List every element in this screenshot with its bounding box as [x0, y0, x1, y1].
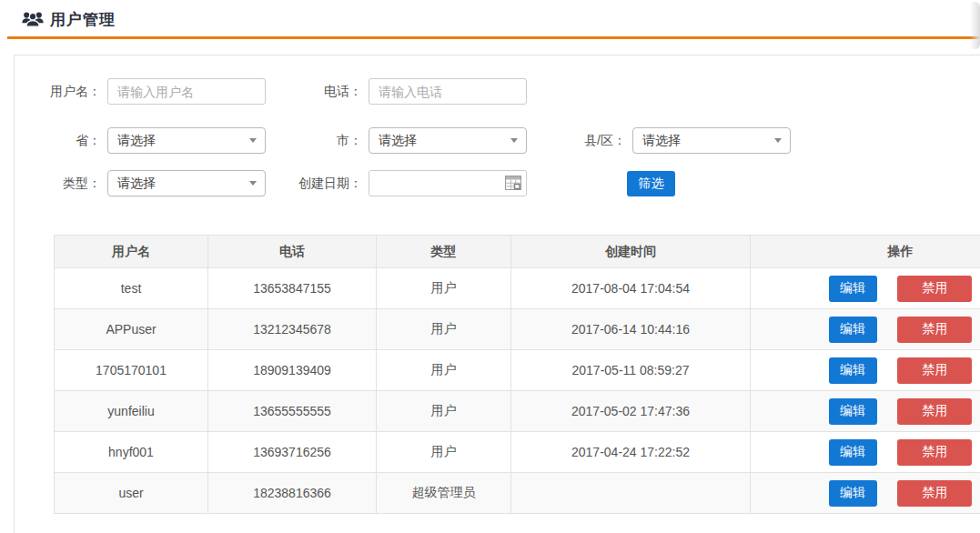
province-select-value: 请选择: [117, 133, 156, 147]
disable-button[interactable]: 禁用: [897, 398, 972, 425]
table-row: test 13653847155 用户 2017-08-04 17:04:54 …: [55, 268, 980, 309]
cell-actions: 编辑 禁用: [751, 350, 980, 391]
filter-button[interactable]: 筛选: [627, 171, 675, 196]
county-select[interactable]: 请选择: [632, 127, 791, 154]
user-table: 用户名 电话 类型 创建时间 操作 test 13653847155 用户 20…: [54, 235, 980, 514]
cell-username: test: [55, 268, 208, 309]
cell-type: 用户: [377, 309, 511, 350]
page: 用户管理 用户名： 电话： 省： 请选择 市： 请选择 县/区： 请选择 类型：…: [0, 0, 980, 533]
edit-button[interactable]: 编辑: [829, 317, 877, 343]
province-label: 省：: [15, 127, 101, 154]
cell-actions: 编辑 禁用: [751, 473, 980, 514]
chevron-down-icon: [249, 181, 257, 186]
edit-button[interactable]: 编辑: [829, 480, 877, 507]
disable-button[interactable]: 禁用: [897, 480, 972, 507]
type-label: 类型：: [15, 170, 101, 196]
column-header-created: 创建时间: [511, 236, 751, 268]
page-title: 用户管理: [50, 9, 116, 30]
create-date-field: [369, 170, 527, 196]
accent-divider: [7, 36, 980, 39]
users-icon: [22, 11, 44, 28]
cell-username: 1705170101: [55, 350, 208, 391]
cell-type: 用户: [377, 432, 511, 473]
phone-input[interactable]: [369, 78, 527, 105]
cell-actions: 编辑 禁用: [751, 268, 980, 309]
disable-button[interactable]: 禁用: [897, 317, 972, 343]
cell-username: APPuser: [55, 309, 208, 350]
type-select-value: 请选择: [117, 176, 156, 190]
county-label: 县/区：: [533, 127, 626, 154]
column-header-type: 类型: [377, 236, 511, 268]
city-label: 市：: [269, 127, 362, 154]
cell-username: yunfeiliu: [55, 391, 208, 432]
calendar-icon[interactable]: [505, 176, 521, 190]
county-select-value: 请选择: [642, 133, 681, 147]
cell-phone: 13212345678: [208, 309, 377, 350]
cell-phone: 18909139409: [208, 350, 377, 391]
cell-created: [511, 473, 751, 514]
scrollbar[interactable]: [970, 2, 980, 49]
phone-label: 电话：: [269, 78, 362, 105]
cell-created: 2017-06-14 10:44:16: [511, 309, 751, 350]
type-select[interactable]: 请选择: [107, 170, 266, 196]
chevron-down-icon: [249, 138, 257, 143]
disable-button[interactable]: 禁用: [897, 276, 972, 302]
username-label: 用户名：: [15, 78, 101, 105]
edit-button[interactable]: 编辑: [829, 398, 877, 425]
cell-created: 2017-05-11 08:59:27: [511, 350, 751, 391]
cell-created: 2017-05-02 17:47:36: [511, 391, 751, 432]
column-header-actions: 操作: [751, 236, 980, 268]
page-header: 用户管理: [0, 0, 980, 36]
edit-button[interactable]: 编辑: [829, 357, 877, 384]
edit-button[interactable]: 编辑: [829, 439, 877, 466]
content-panel: 用户名： 电话： 省： 请选择 市： 请选择 县/区： 请选择 类型： 请选择 …: [14, 55, 980, 533]
cell-username: hnyf001: [55, 432, 208, 473]
table-row: 1705170101 18909139409 用户 2017-05-11 08:…: [55, 350, 980, 391]
cell-type: 用户: [377, 350, 511, 391]
chevron-down-icon: [510, 138, 518, 143]
create-date-input[interactable]: [369, 170, 527, 196]
table-row: hnyf001 13693716256 用户 2017-04-24 17:22:…: [55, 432, 980, 473]
cell-actions: 编辑 禁用: [751, 309, 980, 350]
cell-created: 2017-08-04 17:04:54: [511, 268, 751, 309]
chevron-down-icon: [774, 138, 782, 143]
cell-type: 超级管理员: [377, 473, 511, 514]
cell-type: 用户: [377, 391, 511, 432]
disable-button[interactable]: 禁用: [897, 357, 972, 384]
create-date-label: 创建日期：: [269, 170, 362, 196]
table-row: APPuser 13212345678 用户 2017-06-14 10:44:…: [55, 309, 980, 350]
user-table-body: test 13653847155 用户 2017-08-04 17:04:54 …: [55, 268, 980, 514]
city-select[interactable]: 请选择: [369, 127, 527, 154]
table-row: user 18238816366 超级管理员 编辑 禁用: [55, 473, 980, 514]
cell-username: user: [55, 473, 208, 514]
column-header-username: 用户名: [55, 236, 208, 268]
cell-phone: 13693716256: [208, 432, 377, 473]
table-row: yunfeiliu 13655555555 用户 2017-05-02 17:4…: [55, 391, 980, 432]
username-input[interactable]: [107, 78, 266, 105]
cell-phone: 13653847155: [208, 268, 377, 309]
table-header-row: 用户名 电话 类型 创建时间 操作: [55, 236, 980, 268]
cell-type: 用户: [377, 268, 511, 309]
edit-button[interactable]: 编辑: [829, 276, 877, 302]
province-select[interactable]: 请选择: [107, 127, 266, 154]
column-header-phone: 电话: [208, 236, 377, 268]
cell-phone: 18238816366: [208, 473, 377, 514]
cell-phone: 13655555555: [208, 391, 377, 432]
disable-button[interactable]: 禁用: [897, 439, 972, 466]
cell-actions: 编辑 禁用: [751, 391, 980, 432]
city-select-value: 请选择: [379, 133, 417, 147]
cell-created: 2017-04-24 17:22:52: [511, 432, 751, 473]
cell-actions: 编辑 禁用: [751, 432, 980, 473]
